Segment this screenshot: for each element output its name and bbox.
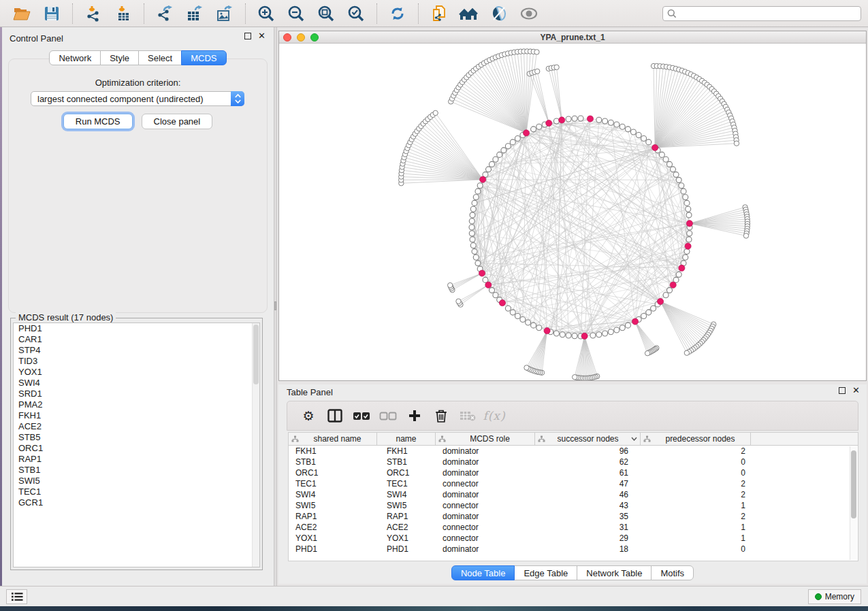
network-leaf-nodes[interactable] bbox=[398, 49, 750, 380]
eye-icon[interactable] bbox=[517, 2, 541, 25]
table-row[interactable]: TEC1TEC1connector472 bbox=[289, 478, 858, 489]
mcds-result-item[interactable]: RAP1 bbox=[14, 454, 259, 465]
search-input[interactable] bbox=[680, 9, 856, 18]
column-header-shared-name[interactable]: shared name bbox=[289, 433, 377, 445]
mcds-result-item[interactable]: PHD1 bbox=[14, 323, 259, 334]
zoom-in-icon[interactable] bbox=[255, 2, 278, 25]
mcds-result-item[interactable]: SWI5 bbox=[14, 476, 259, 486]
table-row[interactable]: FKH1FKH1dominator962 bbox=[289, 446, 858, 457]
graphics-details-icon[interactable] bbox=[487, 2, 511, 25]
cell-shared_name: YOX1 bbox=[289, 533, 377, 544]
network-window-titlebar[interactable]: YPA_prune.txt_1 bbox=[279, 31, 866, 44]
sort-chevron-icon[interactable] bbox=[631, 437, 637, 441]
workspace-area: YPA_prune.txt_1 Table Panel ✕ ⚙ bbox=[277, 27, 868, 587]
zoom-out-icon[interactable] bbox=[285, 2, 308, 25]
show-columns-icon[interactable] bbox=[325, 406, 345, 426]
optimization-criterion-select[interactable]: largest connected component (undirected) bbox=[31, 91, 244, 106]
mcds-result-list[interactable]: PHD1CAR1STP4TID3YOX1SWI4SRD1PMA2FKH1ACE2… bbox=[13, 323, 260, 567]
table-settings-gear-icon[interactable]: ⚙ bbox=[298, 406, 319, 426]
cell-successor_nodes: 31 bbox=[535, 522, 641, 533]
import-table-icon[interactable] bbox=[112, 2, 135, 25]
select-all-icon[interactable] bbox=[351, 406, 372, 426]
network-from-selection-icon[interactable] bbox=[428, 2, 451, 25]
mcds-result-item[interactable]: SRD1 bbox=[14, 389, 259, 399]
table-scrollbar[interactable] bbox=[850, 446, 857, 560]
save-session-icon[interactable] bbox=[40, 2, 63, 25]
mcds-result-item[interactable]: TID3 bbox=[14, 356, 259, 367]
close-icon[interactable]: ✕ bbox=[852, 387, 860, 394]
delete-column-icon[interactable] bbox=[431, 406, 451, 426]
deselect-all-icon[interactable] bbox=[378, 406, 398, 426]
cell-predecessor_nodes: 0 bbox=[641, 544, 751, 555]
cell-name: FKH1 bbox=[377, 446, 436, 457]
run-mcds-button[interactable]: Run MCDS bbox=[63, 114, 133, 129]
toolbar-separator bbox=[245, 3, 246, 24]
table-row[interactable]: SWI5SWI5connector431 bbox=[289, 500, 858, 511]
import-network-icon[interactable] bbox=[82, 2, 105, 25]
cell-successor_nodes: 43 bbox=[535, 500, 641, 511]
table-row[interactable]: SWI4SWI4dominator462 bbox=[289, 489, 858, 500]
close-panel-button[interactable]: Close panel bbox=[142, 114, 213, 129]
scrollbar-thumb[interactable] bbox=[851, 450, 856, 518]
mcds-result-item[interactable]: CAR1 bbox=[14, 334, 259, 345]
float-window-icon[interactable] bbox=[244, 33, 251, 39]
tab-node-table[interactable]: Node Table bbox=[451, 565, 515, 580]
network-canvas[interactable] bbox=[279, 44, 866, 380]
table-row[interactable]: ACE2ACE2connector311 bbox=[289, 522, 858, 533]
table-panel: Table Panel ✕ ⚙ f(x) bbox=[278, 384, 867, 584]
mcds-result-item[interactable]: PMA2 bbox=[14, 399, 259, 410]
close-icon[interactable]: ✕ bbox=[258, 33, 266, 39]
column-header-name[interactable]: name bbox=[377, 433, 436, 445]
zoom-fit-icon[interactable] bbox=[315, 2, 338, 25]
open-file-icon[interactable] bbox=[10, 2, 33, 25]
float-window-icon[interactable] bbox=[839, 387, 846, 394]
tab-motifs[interactable]: Motifs bbox=[651, 565, 694, 580]
function-builder-icon[interactable]: f(x) bbox=[484, 406, 504, 426]
mcds-result-item[interactable]: GCR1 bbox=[14, 497, 259, 508]
cell-shared_name: RAP1 bbox=[289, 511, 377, 522]
column-header-predecessor-nodes[interactable]: predecessor nodes bbox=[641, 433, 751, 445]
export-image-icon[interactable] bbox=[213, 2, 236, 25]
refresh-layout-icon[interactable] bbox=[386, 2, 409, 25]
tab-select[interactable]: Select bbox=[138, 50, 182, 65]
memory-button[interactable]: Memory bbox=[808, 589, 861, 604]
export-network-icon[interactable] bbox=[153, 2, 176, 25]
cell-predecessor_nodes: 1 bbox=[641, 522, 751, 533]
control-panel-title: Control Panel bbox=[10, 33, 63, 44]
mcds-result-item[interactable]: STB1 bbox=[14, 465, 259, 476]
mcds-result-item[interactable]: ORC1 bbox=[14, 443, 259, 454]
delete-table-icon[interactable] bbox=[457, 406, 478, 426]
mcds-result-item[interactable]: FKH1 bbox=[14, 410, 259, 421]
mcds-result-item[interactable]: SWI4 bbox=[14, 378, 259, 389]
list-scrollbar[interactable] bbox=[252, 323, 259, 567]
zoom-selected-icon[interactable] bbox=[344, 2, 368, 25]
task-history-button[interactable] bbox=[6, 589, 27, 604]
mcds-result-item[interactable]: STP4 bbox=[14, 345, 259, 356]
table-row[interactable]: STB1STB1dominator620 bbox=[289, 457, 858, 467]
mcds-result-item[interactable]: STB5 bbox=[14, 432, 259, 443]
memory-status-icon bbox=[815, 593, 822, 600]
table-row[interactable]: YOX1YOX1connector291 bbox=[289, 533, 858, 544]
birds-eye-view-icon[interactable] bbox=[457, 2, 481, 25]
mcds-result-item[interactable]: YOX1 bbox=[14, 367, 259, 378]
splitter-grip[interactable] bbox=[274, 301, 276, 310]
tab-mcds[interactable]: MCDS bbox=[181, 50, 226, 65]
cell-mcds_role: connector bbox=[436, 478, 535, 489]
column-header-successor-nodes[interactable]: successor nodes bbox=[535, 433, 641, 445]
column-type-icon bbox=[643, 435, 651, 442]
search-box[interactable] bbox=[662, 6, 861, 21]
tab-edge-table[interactable]: Edge Table bbox=[514, 565, 577, 580]
create-column-icon[interactable] bbox=[404, 406, 425, 426]
mcds-result-item[interactable]: TEC1 bbox=[14, 486, 259, 497]
table-row[interactable]: RAP1RAP1dominator352 bbox=[289, 511, 858, 522]
tab-network[interactable]: Network bbox=[49, 50, 101, 65]
cell-mcds_role: dominator bbox=[436, 544, 535, 555]
mcds-result-item[interactable]: ACE2 bbox=[14, 421, 259, 432]
table-row[interactable]: PHD1PHD1dominator180 bbox=[289, 544, 858, 555]
export-table-icon[interactable] bbox=[183, 2, 206, 25]
tab-network-table[interactable]: Network Table bbox=[577, 565, 652, 580]
tab-style[interactable]: Style bbox=[100, 50, 139, 65]
column-type-icon bbox=[438, 435, 446, 442]
table-row[interactable]: ORC1ORC1dominator610 bbox=[289, 467, 858, 478]
column-header-MCDS-role[interactable]: MCDS role bbox=[436, 433, 535, 445]
